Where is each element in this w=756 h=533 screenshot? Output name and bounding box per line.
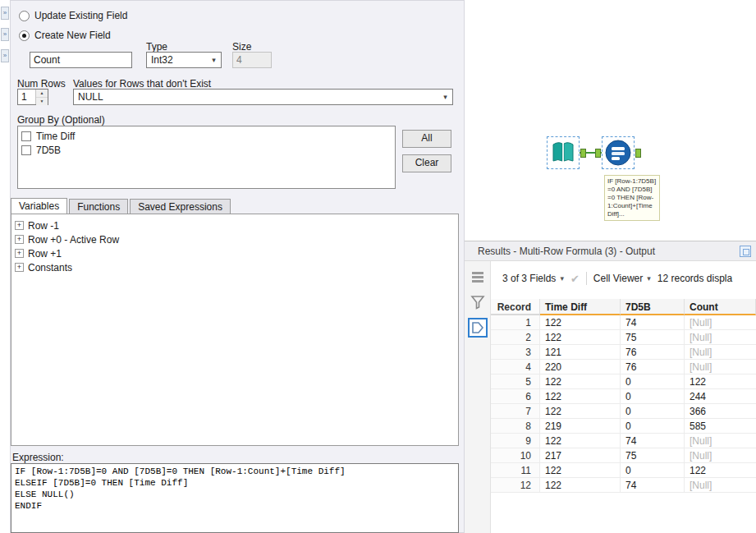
- time-diff-cell: 217: [540, 448, 621, 463]
- time-diff-cell: 122: [540, 463, 621, 478]
- cell-viewer-dropdown[interactable]: Cell Viewer ▾: [593, 273, 651, 284]
- group-by-list: Time Diff 7D5B: [17, 126, 396, 189]
- spin-down-icon[interactable]: ▼: [36, 98, 48, 105]
- variables-tree: + Row -1 + Row +0 - Active Row + Row +1 …: [11, 214, 459, 446]
- expression-editor[interactable]: IF [Row-1:7D5B]=0 AND [7D5B]=0 THEN [Row…: [11, 463, 459, 533]
- missing-values-select[interactable]: NULL ▾: [73, 89, 453, 105]
- num-rows-label: Num Rows: [17, 78, 66, 90]
- table-row[interactable]: 4 220 76 [Null]: [491, 360, 756, 374]
- time-diff-cell: 220: [540, 360, 621, 374]
- expand-icon[interactable]: +: [15, 235, 24, 244]
- stepper-arrows[interactable]: ▲ ▼: [35, 90, 48, 104]
- metadata-funnel-icon[interactable]: [468, 292, 488, 312]
- panel-toggle-icon[interactable]: »: [1, 28, 9, 41]
- table-row[interactable]: 6 122 0 244: [491, 389, 756, 404]
- all-button[interactable]: All: [402, 130, 451, 148]
- grid-view-icon[interactable]: [468, 267, 488, 287]
- tree-item-row-0[interactable]: + Row +0 - Active Row: [15, 232, 458, 246]
- output-anchor[interactable]: [635, 149, 641, 158]
- table-header-row: Record Time Diff 7D5B Count: [491, 299, 756, 315]
- radio-icon[interactable]: [19, 30, 30, 41]
- header-7d5b[interactable]: 7D5B: [621, 299, 685, 315]
- table-row[interactable]: 9 122 74 [Null]: [491, 434, 756, 448]
- output-anchor-icon[interactable]: [468, 318, 488, 338]
- size-input: [232, 52, 272, 68]
- table-row[interactable]: 10 217 75 [Null]: [491, 448, 756, 463]
- 7d5b-cell: 76: [621, 360, 685, 374]
- cell-viewer-label: Cell Viewer: [593, 273, 643, 284]
- results-title-bar: Results - Multi-Row Formula (3) - Output: [465, 241, 756, 261]
- header-record[interactable]: Record: [491, 299, 540, 315]
- checkbox-icon[interactable]: [21, 145, 31, 155]
- 7d5b-cell: 0: [621, 463, 685, 478]
- radio-label: Update Existing Field: [34, 10, 127, 21]
- type-label: Type: [146, 41, 167, 53]
- app-window: » » » Update Existing Field Create New F…: [0, 0, 756, 533]
- table-row[interactable]: 11 122 0 122: [491, 463, 756, 478]
- time-diff-cell: 122: [540, 330, 621, 345]
- tree-item-row-minus1[interactable]: + Row -1: [15, 218, 458, 232]
- input-anchor[interactable]: [595, 149, 601, 158]
- results-title: Results - Multi-Row Formula (3) - Output: [478, 246, 655, 257]
- panel-toggle-icon[interactable]: »: [1, 49, 9, 62]
- create-new-field-radio[interactable]: Create New Field: [19, 30, 111, 41]
- group-by-item[interactable]: 7D5B: [18, 143, 395, 157]
- 7d5b-cell: 0: [621, 404, 685, 419]
- multi-row-formula-tool[interactable]: [602, 136, 635, 169]
- tree-item-label: Row +1: [28, 248, 62, 260]
- time-diff-cell: 122: [540, 389, 621, 404]
- output-anchor[interactable]: [580, 149, 586, 158]
- field-name-input[interactable]: [30, 52, 132, 68]
- type-select[interactable]: Int32 ▾: [146, 52, 222, 68]
- radio-icon[interactable]: [19, 11, 30, 21]
- time-diff-cell: 122: [540, 374, 621, 389]
- time-diff-cell: 122: [540, 434, 621, 448]
- table-row[interactable]: 7 122 0 366: [491, 404, 756, 419]
- table-row[interactable]: 2 122 75 [Null]: [491, 330, 756, 345]
- tab-saved-expressions[interactable]: Saved Expressions: [130, 199, 231, 214]
- input-data-tool[interactable]: [547, 136, 580, 169]
- tab-variables[interactable]: Variables: [11, 198, 67, 214]
- table-row[interactable]: 8 219 0 585: [491, 419, 756, 434]
- tree-item-label: Row +0 - Active Row: [28, 234, 119, 246]
- expand-icon[interactable]: +: [15, 263, 24, 272]
- count-cell: [Null]: [685, 330, 756, 345]
- count-cell: 366: [685, 404, 756, 419]
- group-by-item[interactable]: Time Diff: [18, 129, 395, 143]
- num-rows-stepper[interactable]: 1 ▲ ▼: [17, 89, 48, 105]
- workflow-canvas[interactable]: IF [Row-1:7D5B] =0 AND [7D5B] =0 THEN [R…: [465, 0, 756, 241]
- table-row[interactable]: 1 122 74 [Null]: [491, 315, 756, 330]
- chevron-down-icon: ▾: [438, 90, 452, 104]
- table-row[interactable]: 3 121 76 [Null]: [491, 345, 756, 360]
- panel-options-icon[interactable]: [740, 246, 751, 257]
- group-by-item-label: 7D5B: [36, 145, 61, 156]
- count-cell: [Null]: [685, 360, 756, 374]
- results-table: Record Time Diff 7D5B Count 1 122 74 [Nu…: [491, 299, 756, 493]
- radio-label: Create New Field: [34, 30, 111, 41]
- header-count[interactable]: Count: [685, 299, 756, 315]
- count-cell: [Null]: [685, 345, 756, 360]
- apply-check-icon[interactable]: ✔: [570, 273, 580, 285]
- expand-icon[interactable]: +: [15, 221, 24, 230]
- expand-icon[interactable]: +: [15, 249, 24, 258]
- table-row[interactable]: 5 122 0 122: [491, 374, 756, 389]
- table-row[interactable]: 12 122 74 [Null]: [491, 478, 756, 493]
- results-panel: Results - Multi-Row Formula (3) - Output: [465, 241, 756, 533]
- group-by-item-label: Time Diff: [36, 131, 75, 142]
- clear-button[interactable]: Clear: [402, 154, 451, 172]
- spin-up-icon[interactable]: ▲: [36, 90, 48, 98]
- left-rail: » » »: [0, 0, 10, 533]
- panel-toggle-icon[interactable]: »: [1, 7, 9, 20]
- record-cell: 1: [491, 315, 540, 330]
- update-existing-field-radio[interactable]: Update Existing Field: [19, 10, 127, 21]
- record-cell: 6: [491, 389, 540, 404]
- header-time-diff[interactable]: Time Diff: [540, 299, 621, 315]
- fields-dropdown[interactable]: 3 of 3 Fields ▾: [502, 273, 564, 284]
- tree-item-row-plus1[interactable]: + Row +1: [15, 246, 458, 260]
- tree-item-constants[interactable]: + Constants: [15, 260, 458, 274]
- expression-tabs: Variables Functions Saved Expressions: [11, 198, 232, 214]
- count-cell: [Null]: [685, 315, 756, 330]
- tab-functions[interactable]: Functions: [69, 199, 128, 214]
- time-diff-cell: 122: [540, 315, 621, 330]
- checkbox-icon[interactable]: [21, 131, 31, 141]
